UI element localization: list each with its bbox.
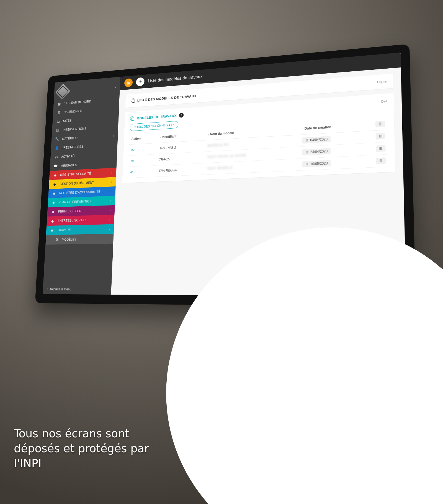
app-logo	[55, 84, 70, 100]
chevron-left-icon: ‹	[47, 287, 48, 291]
calendar-icon: 🗓	[57, 110, 61, 115]
sidebar-item-label: SITES	[63, 119, 72, 123]
interventions-icon: ☑	[56, 128, 60, 132]
sidebar-item-label: TABLEAU DE BORD	[64, 100, 91, 105]
diamond-icon: ◆	[53, 173, 58, 177]
grid-icon: ▦	[127, 81, 130, 85]
calendar-icon: 🗓	[305, 138, 308, 142]
activities-icon: 🏷	[54, 155, 58, 159]
calendar-icon: 🗓	[305, 162, 308, 166]
providers-icon: 👤	[55, 146, 59, 150]
cell-date-action[interactable]: 🗓	[373, 130, 388, 143]
sidebar-item-label: PERMIS DE FEU	[58, 209, 81, 214]
section-heading: MODÈLES DE TRAVAUX	[136, 114, 177, 120]
sidebar-item-label: REGISTRE SÉCURITÉ	[60, 172, 91, 177]
sidebar-item-label: ACTIVITÉS	[61, 154, 77, 159]
diamond-icon: ◆	[50, 219, 55, 223]
messages-icon: 💬	[54, 164, 58, 168]
view-row-button[interactable]: 👁	[130, 170, 134, 175]
calendar-icon: 🗓	[379, 146, 382, 150]
chevron-right-icon: ›	[109, 227, 110, 231]
dashboard-icon: ▦	[57, 102, 61, 106]
sort-down-icon: ↓	[160, 136, 161, 139]
copy-icon: ⧉	[55, 237, 59, 242]
sidebar-item-label: PRESTATAIRES	[61, 145, 83, 150]
diamond-icon: ◆	[50, 228, 54, 232]
sort-icon: ↕	[208, 133, 209, 136]
view-row-button[interactable]: 👁	[131, 148, 135, 152]
count-badge: 3	[179, 113, 184, 118]
copy-icon	[131, 98, 135, 103]
chevron-right-icon: ›	[110, 209, 111, 212]
calendar-icon: 🗓	[378, 122, 382, 126]
sidebar-item-modeles[interactable]: ⧉ MODÈLES	[45, 234, 114, 245]
col-date-filter[interactable]: 🗓	[373, 118, 388, 131]
calendar-icon: 🗓	[379, 159, 383, 163]
sidebar-item-travaux[interactable]: ◆ TRAVAUX ›	[46, 224, 114, 235]
sites-icon: 🗂	[56, 119, 61, 123]
panel-models: MODÈLES DE TRAVAUX 3 Dat CHOIX DES COLON…	[122, 93, 395, 183]
sidebar-reduce-button[interactable]: ‹ Réduire le menu	[43, 284, 112, 295]
column-chooser-button[interactable]: CHOIX DES COLONNES 4 / 4	[130, 121, 179, 131]
sidebar-item-label: MESSAGES	[61, 163, 77, 168]
diamond-icon: ◆	[51, 201, 56, 205]
page-title: Liste des modèles de travaux	[148, 74, 203, 83]
sidebar-reduce-label: Réduire le menu	[50, 287, 71, 291]
chevron-right-icon: ›	[111, 180, 112, 183]
sidebar-collapse-button[interactable]: ‹	[115, 85, 117, 90]
diamond-icon: ◆	[52, 191, 56, 196]
promo-caption: Tous nos écrans sont déposés et protégés…	[14, 426, 152, 471]
grid-view-button[interactable]: ▦	[124, 78, 133, 87]
sidebar-item-label: ENTRÉES / SORTIES	[58, 218, 87, 223]
chevron-right-icon: ›	[110, 199, 111, 202]
calendar-icon: 🗓	[378, 134, 382, 138]
sidebar-item-label: INTERVENTIONS	[63, 127, 86, 132]
col-date-extra: Dat	[381, 100, 387, 103]
chevron-right-icon: ›	[113, 134, 114, 137]
copy-icon	[130, 116, 134, 121]
col-action[interactable]: Action	[129, 132, 158, 145]
calendar-icon: 🗓	[305, 150, 308, 154]
sidebar-item-label: MODÈLES	[62, 237, 76, 241]
chevron-right-icon: ›	[110, 190, 112, 193]
plus-icon: +	[139, 79, 142, 85]
sidebar-item-entrees-sorties[interactable]: ◆ ENTRÉES / SORTIES ›	[47, 215, 114, 226]
sidebar-item-label: MATÉRIELS	[62, 136, 79, 141]
chevron-right-icon: ›	[109, 218, 110, 221]
lignes-hint: Ligne	[377, 80, 387, 84]
materials-icon: 🔧	[55, 137, 60, 141]
sidebar-item-label: GESTION DU BÂTIMENT	[60, 181, 94, 186]
cell-date-action[interactable]: 🗓	[374, 154, 388, 167]
list-heading: LISTE DES MODÈLES DE TRAVAUX	[137, 94, 197, 102]
sidebar: ‹ ▦ TABLEAU DE BORD 🗓 CALENDRIER 🗂 SITES…	[43, 77, 120, 295]
view-row-button[interactable]: 👁	[130, 159, 134, 163]
diamond-icon: ◆	[53, 182, 57, 186]
sidebar-item-label: CALENDRIER	[64, 109, 83, 114]
cell-id: TRA-REG-28	[156, 163, 205, 177]
diamond-icon: ◆	[51, 210, 55, 214]
add-button[interactable]: +	[136, 77, 145, 86]
sidebar-item-label: TRAVAUX	[57, 228, 71, 232]
sidebar-item-label: REGISTRE D'ACCESSIBILITÉ	[59, 190, 100, 195]
sidebar-item-label: PLAN DE PRÉVENTION	[59, 199, 92, 204]
chevron-right-icon: ›	[111, 171, 112, 174]
sort-icon: ↕	[302, 127, 304, 130]
cell-date-action[interactable]: 🗓	[373, 142, 388, 155]
